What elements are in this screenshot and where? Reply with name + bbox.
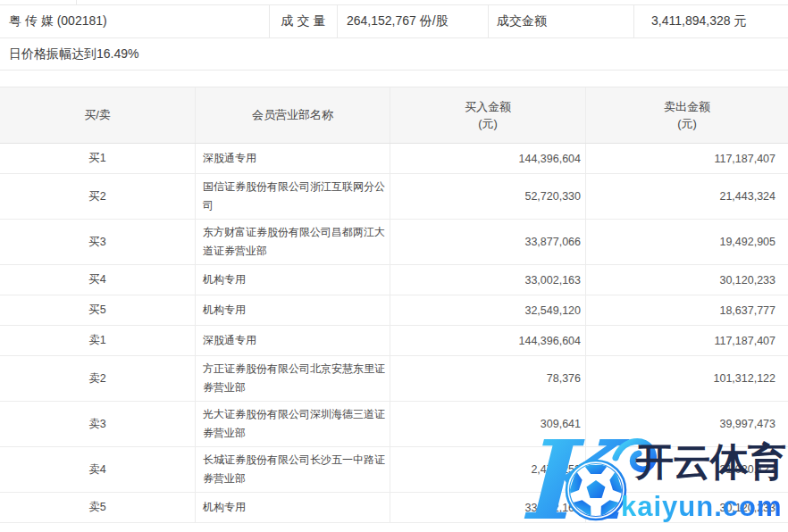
stock-summary-row: 粤 传 媒 (002181) 成 交 量 264,152,767 份/股 成交金…	[0, 5, 788, 38]
buy-amount-cell: 78,376	[390, 356, 586, 401]
header-sell-amount: 卖出金额 (元)	[586, 87, 788, 143]
sell-amount-cell: 117,187,407	[586, 144, 788, 173]
rank-cell: 买4	[0, 265, 196, 295]
branch-name-cell: 长城证券股份有限公司长沙五一中路证券营业部	[196, 447, 390, 492]
table-row: 买2 国信证券股份有限公司浙江互联网分公司 52,720,330 21,443,…	[0, 174, 788, 220]
stock-lhb-page: 粤 传 媒 (002181) 成 交 量 264,152,767 份/股 成交金…	[0, 0, 788, 532]
sell-amount-cell: 31,020,122	[586, 447, 788, 492]
rank-cell: 卖4	[0, 447, 196, 492]
amount-label: 成交金额	[489, 5, 634, 37]
price-amplitude-notice: 日价格振幅达到16.49%	[0, 38, 788, 71]
rank-cell: 卖1	[0, 326, 196, 355]
header-buy-amount: 买入金额 (元)	[390, 87, 586, 143]
buy-amount-cell: 144,396,604	[390, 326, 586, 355]
table-row: 卖1 深股通专用 144,396,604 117,187,407	[0, 326, 788, 356]
divider	[76, 0, 77, 4]
rank-cell: 卖3	[0, 402, 196, 446]
buy-amount-cell: 52,720,330	[390, 174, 586, 219]
stock-summary-section: 粤 传 媒 (002181) 成 交 量 264,152,767 份/股 成交金…	[0, 0, 788, 71]
branch-name-cell: 光大证券股份有限公司深圳海德三道证券营业部	[196, 402, 390, 446]
sell-amount-cell: 18,637,777	[586, 295, 788, 325]
branch-name-cell: 国信证券股份有限公司浙江互联网分公司	[196, 174, 390, 219]
header-rank: 买/卖	[0, 87, 196, 143]
sell-amount-cell: 39,997,473	[586, 402, 788, 446]
stock-title: 粤 传 媒 (002181)	[0, 5, 270, 37]
header-buy-amount-line1: 买入金额	[465, 98, 511, 115]
buy-amount-cell: 309,641	[390, 402, 586, 446]
table-row: 卖4 长城证券股份有限公司长沙五一中路证券营业部 2,471,253 31,02…	[0, 447, 788, 493]
header-sell-amount-line1: 卖出金额	[664, 98, 710, 115]
volume-value: 264,152,767 份/股	[338, 5, 489, 37]
table-row: 卖3 光大证券股份有限公司深圳海德三道证券营业部 309,641 39,997,…	[0, 402, 788, 447]
table-body: 买1 深股通专用 144,396,604 117,187,407 买2 国信证券…	[0, 144, 788, 523]
sell-amount-cell: 30,120,233	[586, 265, 788, 295]
buy-amount-cell: 32,549,120	[390, 295, 586, 325]
branch-name-cell: 机构专用	[196, 265, 390, 295]
rank-cell: 卖2	[0, 356, 196, 401]
buy-amount-cell: 144,396,604	[390, 144, 586, 173]
cropped-row-above	[0, 0, 788, 5]
table-row: 买1 深股通专用 144,396,604 117,187,407	[0, 144, 788, 174]
rank-cell: 买2	[0, 174, 196, 219]
header-sell-amount-line2: (元)	[664, 115, 710, 132]
broker-seats-table: 买/卖 会员营业部名称 买入金额 (元) 卖出金额 (元) 买1 深股通专用 1…	[0, 87, 788, 523]
amount-value: 3,411,894,328 元	[634, 5, 788, 37]
buy-amount-cell: 33,002,163	[390, 265, 586, 295]
sell-amount-cell: 101,312,122	[586, 356, 788, 401]
header-branch-name: 会员营业部名称	[196, 87, 390, 143]
table-header-row: 买/卖 会员营业部名称 买入金额 (元) 卖出金额 (元)	[0, 87, 788, 144]
rank-cell: 卖5	[0, 493, 196, 522]
header-buy-amount-line2: (元)	[465, 115, 511, 132]
table-row: 买3 东方财富证券股份有限公司昌都两江大道证券营业部 33,877,066 19…	[0, 220, 788, 265]
table-row: 卖5 机构专用 33,002,163 30,120,233	[0, 493, 788, 523]
sell-amount-cell: 117,187,407	[586, 326, 788, 355]
rank-cell: 买5	[0, 295, 196, 325]
rank-cell: 买1	[0, 144, 196, 173]
buy-amount-cell: 33,877,066	[390, 220, 586, 264]
volume-label: 成 交 量	[270, 5, 338, 37]
branch-name-cell: 机构专用	[196, 295, 390, 325]
rank-cell: 买3	[0, 220, 196, 264]
buy-amount-cell: 2,471,253	[390, 447, 586, 492]
sell-amount-cell: 21,443,324	[586, 174, 788, 219]
branch-name-cell: 深股通专用	[196, 144, 390, 173]
sell-amount-cell: 30,120,233	[586, 493, 788, 522]
branch-name-cell: 机构专用	[196, 493, 390, 522]
branch-name-cell: 东方财富证券股份有限公司昌都两江大道证券营业部	[196, 220, 390, 264]
branch-name-cell: 深股通专用	[196, 326, 390, 355]
buy-amount-cell: 33,002,163	[390, 493, 586, 522]
sell-amount-cell: 19,492,905	[586, 220, 788, 264]
table-row: 买5 机构专用 32,549,120 18,637,777	[0, 295, 788, 326]
table-row: 买4 机构专用 33,002,163 30,120,233	[0, 265, 788, 295]
branch-name-cell: 方正证券股份有限公司北京安慧东里证券营业部	[196, 356, 390, 401]
table-row: 卖2 方正证券股份有限公司北京安慧东里证券营业部 78,376 101,312,…	[0, 356, 788, 402]
